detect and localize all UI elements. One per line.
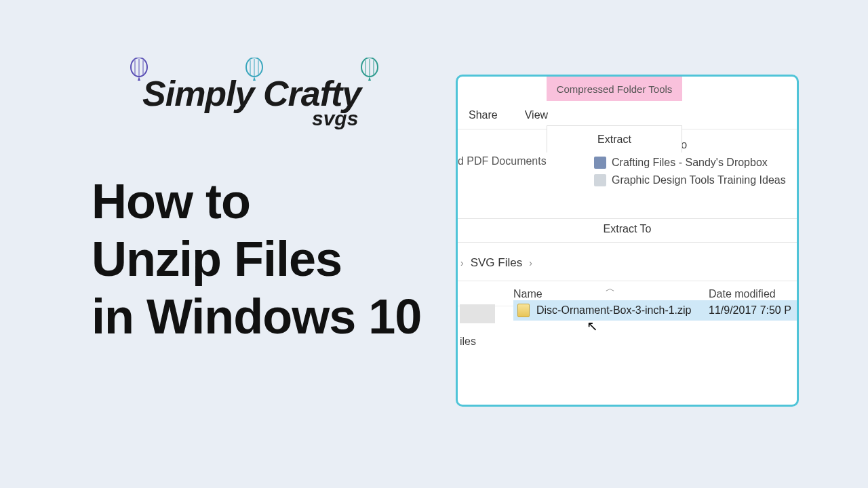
contextual-tab-header: Compressed Folder Tools — [547, 77, 682, 101]
logo-sub-text: svgs — [312, 107, 393, 130]
balloon-icon — [359, 58, 380, 90]
file-explorer-window: Compressed Folder Tools Share View Extra… — [456, 75, 799, 407]
zip-file-icon — [517, 304, 530, 317]
extract-destination[interactable]: Graphic Design Tools Training Ideas — [590, 171, 797, 189]
nav-text-fragment[interactable]: iles — [458, 336, 498, 348]
headline-line-2: Unzip Files — [92, 230, 421, 288]
page-headline: How to Unzip Files in Windows 10 — [92, 173, 421, 346]
file-date-modified: 11/9/2017 7:50 P — [709, 304, 797, 317]
headline-line-1: How to — [92, 173, 421, 230]
ribbon-group-label: Extract To — [458, 219, 797, 243]
file-name: Disc-Ornament-Box-3-inch-1.zip — [536, 304, 702, 317]
folder-icon — [594, 174, 606, 186]
chevron-right-icon: › — [460, 258, 464, 268]
file-row-selected[interactable]: Disc-Ornament-Box-3-inch-1.zip 11/9/2017… — [513, 300, 797, 321]
extract-destination[interactable]: Crafting Files - Sandy's Dropbox — [590, 154, 797, 171]
headline-line-3: in Windows 10 — [92, 288, 421, 346]
breadcrumb-folder[interactable]: SVG Files — [471, 256, 523, 270]
nav-item-fragment[interactable] — [460, 304, 495, 323]
chevron-right-icon: › — [529, 258, 532, 268]
column-header-date[interactable]: Date modified — [709, 288, 797, 300]
destination-label: Crafting Files - Sandy's Dropbox — [612, 157, 768, 169]
tab-view[interactable]: View — [511, 102, 561, 129]
sort-ascending-icon[interactable]: ︿ — [606, 283, 615, 295]
destination-label: Graphic Design Tools Training Ideas — [612, 174, 786, 186]
breadcrumb[interactable]: › SVG Files › — [458, 243, 797, 281]
brand-logo: Simply Crafty svgs — [122, 58, 393, 130]
ribbon-tab-bar: Compressed Folder Tools Share View Extra… — [458, 77, 797, 129]
tab-extract[interactable]: Extract — [547, 125, 682, 152]
nav-pane-fragment: iles — [458, 300, 498, 348]
tab-share[interactable]: Share — [456, 102, 511, 129]
dropbox-icon — [594, 157, 606, 169]
